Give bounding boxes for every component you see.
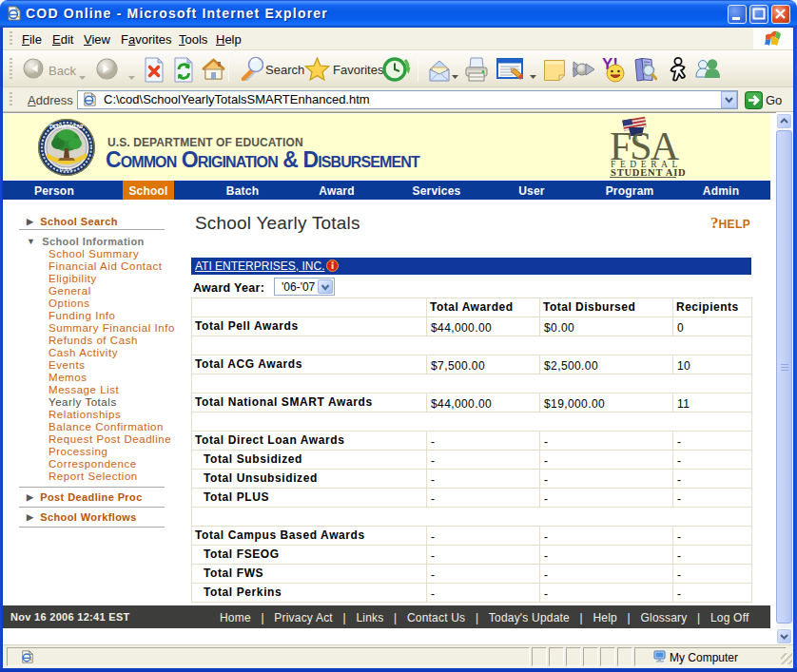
svg-text:DEPARTMENT: DEPARTMENT bbox=[49, 124, 84, 129]
svg-text:U.S.A.: U.S.A. bbox=[60, 166, 74, 172]
svg-text:STUDENT AID: STUDENT AID bbox=[611, 167, 687, 178]
